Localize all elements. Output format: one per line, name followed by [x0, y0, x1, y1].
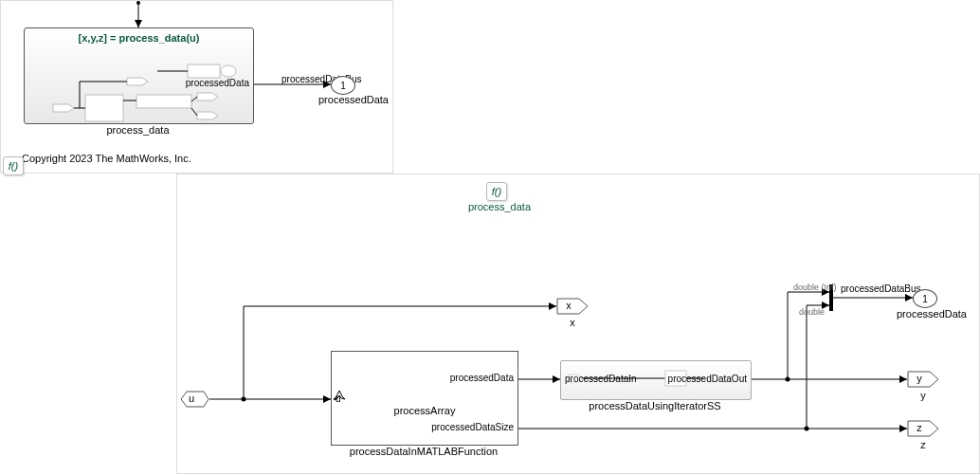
fn-title-badge[interactable]: f() — [486, 182, 507, 201]
processed-data-port-label: processedData — [186, 78, 249, 88]
svg-marker-27 — [553, 375, 560, 383]
svg-point-12 — [221, 65, 236, 77]
goto-z-name: z — [907, 439, 939, 450]
svg-line-16 — [191, 108, 197, 116]
fn-nav-badge[interactable]: f() — [3, 156, 24, 175]
iterator-block[interactable]: processedDataIn processedDataOut — [560, 360, 752, 400]
inport-u[interactable]: u — [177, 391, 209, 408]
outport-1[interactable]: 1 — [331, 76, 355, 95]
svg-marker-23 — [549, 302, 556, 310]
svg-marker-40 — [905, 294, 913, 301]
goto-y[interactable]: y — [907, 371, 939, 388]
process-data-inner-preview — [25, 28, 253, 123]
iter-out-port: processedDataOut — [668, 374, 747, 384]
svg-marker-9 — [197, 93, 218, 100]
svg-marker-32 — [899, 375, 907, 383]
matlab-fn-out-1: processedData — [450, 373, 514, 383]
process-data-block[interactable]: [x,y,z] = process_data(u) — [24, 27, 254, 124]
double-label: double — [799, 307, 825, 317]
svg-marker-37 — [899, 425, 907, 432]
outport-processed-data-name: processedData — [894, 308, 970, 320]
svg-marker-10 — [197, 112, 218, 119]
goto-x[interactable]: x — [556, 298, 589, 315]
svg-rect-8 — [136, 95, 191, 108]
svg-rect-11 — [188, 64, 220, 78]
matlab-fn-name: processDataInMATLABFunction — [331, 446, 517, 457]
top-panel: processedDataBus [x,y,z] = process_data(… — [0, 0, 393, 174]
bottom-panel: processedDataBus double (Inf) double f()… — [176, 174, 980, 474]
matlab-icon — [332, 388, 347, 403]
outport-1-name: processedData — [318, 94, 375, 105]
bus-label: processedDataBus — [841, 283, 921, 294]
matlab-fn-title: processArray — [332, 405, 517, 416]
iterator-name: processDataUsingIteratorSS — [560, 400, 750, 411]
outport-number: 1 — [340, 81, 346, 91]
iter-in-port: processedDataIn — [565, 374, 637, 384]
copyright: Copyright 2023 The MathWorks, Inc. — [22, 153, 191, 164]
svg-point-1 — [136, 1, 140, 5]
goto-y-name: y — [907, 390, 939, 401]
goto-x-name: x — [556, 317, 589, 328]
goto-z[interactable]: z — [907, 420, 939, 437]
svg-rect-6 — [85, 95, 123, 121]
process-data-name: process_data — [24, 124, 252, 136]
fn-title: process_data — [462, 201, 537, 212]
svg-marker-7 — [127, 78, 148, 85]
svg-line-15 — [191, 97, 197, 101]
matlab-fn-out-2: processedDataSize — [431, 422, 514, 432]
svg-marker-2 — [135, 20, 142, 27]
outport-processed-data[interactable]: 1 — [913, 289, 937, 308]
svg-marker-25 — [323, 395, 331, 403]
matlab-fn-block[interactable]: u processedData processedDataSize proces… — [331, 351, 518, 446]
svg-marker-5 — [53, 104, 74, 112]
double-inf-label: double (Inf) — [793, 283, 837, 292]
